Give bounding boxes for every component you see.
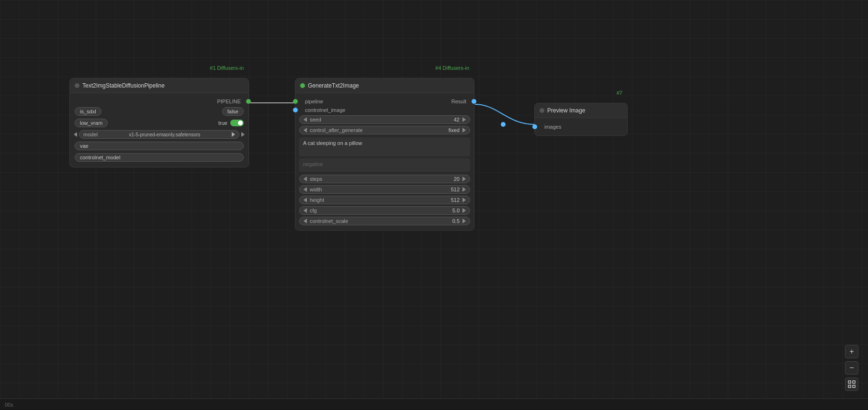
negative-text: negative bbox=[303, 161, 323, 167]
seed-arrow-left[interactable] bbox=[304, 117, 307, 122]
connection-midpoint bbox=[501, 122, 506, 127]
steps-spinner[interactable]: steps 20 bbox=[299, 175, 470, 183]
node2-status-dot bbox=[300, 83, 305, 88]
height-spinner[interactable]: height 512 bbox=[299, 196, 470, 204]
seed-arrow-right[interactable] bbox=[462, 117, 466, 122]
seed-value: 42 bbox=[451, 117, 462, 122]
controlnet-image-label: controlnet_image bbox=[305, 107, 345, 113]
svg-rect-4 bbox=[853, 385, 855, 388]
row-seed: seed 42 bbox=[295, 114, 474, 125]
pipeline-port-out[interactable] bbox=[246, 99, 251, 104]
model-arrow-badge bbox=[232, 132, 235, 137]
width-value: 512 bbox=[448, 187, 462, 192]
svg-rect-2 bbox=[853, 381, 855, 383]
prompt-field[interactable]: A cat sleeping on a pillow bbox=[299, 137, 470, 156]
node-preview: #7 Preview Image images bbox=[534, 103, 628, 136]
node1-header: Text2ImgStableDiffusionPipeline bbox=[70, 78, 248, 93]
cs-label: controlnet_scale bbox=[307, 218, 450, 224]
fit-icon bbox=[848, 380, 856, 388]
svg-rect-3 bbox=[848, 385, 851, 388]
controls-panel: + − bbox=[845, 345, 858, 391]
row-height: height 512 bbox=[295, 195, 474, 205]
row-low-vram: low_vram true bbox=[70, 117, 248, 129]
controlnet-scale-spinner[interactable]: controlnet_scale 0.5 bbox=[299, 217, 470, 225]
low-vram-tag[interactable]: low_vram bbox=[75, 119, 108, 127]
model-value: v1-5-pruned-emaonly.safetensors bbox=[129, 132, 201, 137]
seed-spinner[interactable]: seed 42 bbox=[299, 115, 470, 124]
steps-label: steps bbox=[307, 176, 451, 182]
row-control-after-generate: control_after_generate fixed bbox=[295, 125, 474, 135]
zoom-out-button[interactable]: − bbox=[845, 361, 858, 375]
pipeline-port-in[interactable] bbox=[293, 99, 298, 104]
model-label: model bbox=[83, 132, 98, 137]
node2-header: GenerateTxt2Image bbox=[295, 78, 474, 93]
node-text2img: #1 Diffusers-in Text2ImgStableDiffusionP… bbox=[69, 78, 249, 167]
width-label: width bbox=[307, 187, 448, 192]
controlnet-image-port-in[interactable] bbox=[293, 108, 298, 112]
cfg-arrow-left[interactable] bbox=[304, 208, 307, 213]
row-model: model v1-5-pruned-emaonly.safetensors bbox=[70, 129, 248, 140]
status-time: 00s bbox=[5, 402, 13, 408]
cag-arrow-left[interactable] bbox=[304, 128, 307, 133]
node1-label: #1 Diffusers-in bbox=[210, 65, 244, 71]
node3-header: Preview Image bbox=[535, 103, 627, 118]
controlnet-model-tag[interactable]: controlnet_model bbox=[75, 153, 244, 162]
control-after-generate-spinner[interactable]: control_after_generate fixed bbox=[299, 126, 470, 134]
steps-arrow-left[interactable] bbox=[304, 177, 307, 181]
node2-body: pipeline Result controlnet_image seed 42 bbox=[295, 93, 474, 230]
node1-title: Text2ImgStableDiffusionPipeline bbox=[82, 82, 165, 89]
cag-value: fixed bbox=[446, 127, 462, 133]
result-label: Result bbox=[451, 99, 466, 104]
pipeline-in-label: pipeline bbox=[305, 99, 323, 104]
node3-body: images bbox=[535, 118, 627, 135]
height-arrow-right[interactable] bbox=[462, 198, 466, 202]
node1-body: PIPELINE is_sdxl false low_vram true bbox=[70, 93, 248, 167]
result-port-out[interactable] bbox=[472, 99, 476, 104]
cfg-spinner[interactable]: cfg 5.0 bbox=[299, 206, 470, 215]
node3-status-dot bbox=[540, 108, 544, 113]
steps-arrow-right[interactable] bbox=[462, 177, 466, 181]
images-label: images bbox=[544, 124, 561, 130]
row-controlnet-scale: controlnet_scale 0.5 bbox=[295, 216, 474, 226]
height-arrow-left[interactable] bbox=[304, 198, 307, 202]
row-is-sdxl: is_sdxl false bbox=[70, 106, 248, 117]
model-arrow-right[interactable] bbox=[241, 132, 245, 137]
cag-arrow-right[interactable] bbox=[462, 128, 466, 133]
width-spinner[interactable]: width 512 bbox=[299, 185, 470, 194]
width-arrow-left[interactable] bbox=[304, 187, 307, 192]
pipeline-output-row: PIPELINE bbox=[70, 97, 248, 106]
negative-field[interactable]: negative bbox=[299, 158, 470, 172]
is-sdxl-tag[interactable]: is_sdxl bbox=[75, 107, 101, 116]
node-generate: #4 Diffusers-in GenerateTxt2Image pipeli… bbox=[295, 78, 474, 231]
model-arrow-left[interactable] bbox=[74, 132, 77, 137]
cfg-value: 5.0 bbox=[450, 208, 462, 213]
node3-label: #7 bbox=[617, 90, 622, 96]
node2-label: #4 Diffusers-in bbox=[435, 65, 469, 71]
zoom-in-button[interactable]: + bbox=[845, 345, 858, 358]
steps-value: 20 bbox=[451, 176, 462, 182]
row-width: width 512 bbox=[295, 184, 474, 195]
seed-label: seed bbox=[307, 117, 451, 122]
vae-tag[interactable]: vae bbox=[75, 142, 244, 150]
images-port-in[interactable] bbox=[532, 124, 537, 129]
cag-label: control_after_generate bbox=[307, 127, 446, 133]
cfg-label: cfg bbox=[307, 208, 450, 213]
pipeline-label: PIPELINE bbox=[217, 99, 241, 104]
svg-rect-1 bbox=[848, 381, 851, 383]
model-tag[interactable]: model v1-5-pruned-emaonly.safetensors bbox=[79, 130, 239, 139]
cs-arrow-right[interactable] bbox=[462, 219, 466, 223]
height-label: height bbox=[307, 197, 448, 203]
is-sdxl-value: false bbox=[222, 107, 244, 116]
row-controlnet-model: controlnet_model bbox=[70, 152, 248, 163]
low-vram-toggle[interactable] bbox=[230, 120, 244, 126]
node3-title: Preview Image bbox=[547, 107, 585, 114]
row-steps: steps 20 bbox=[295, 174, 474, 184]
status-bar: 00s bbox=[0, 399, 868, 410]
cfg-arrow-right[interactable] bbox=[462, 208, 466, 213]
canvas[interactable]: #1 Diffusers-in Text2ImgStableDiffusionP… bbox=[0, 0, 868, 410]
cs-arrow-left[interactable] bbox=[304, 219, 307, 223]
fit-button[interactable] bbox=[845, 377, 858, 391]
width-arrow-right[interactable] bbox=[462, 187, 466, 192]
prompt-text: A cat sleeping on a pillow bbox=[303, 140, 362, 146]
node2-title: GenerateTxt2Image bbox=[308, 82, 359, 89]
